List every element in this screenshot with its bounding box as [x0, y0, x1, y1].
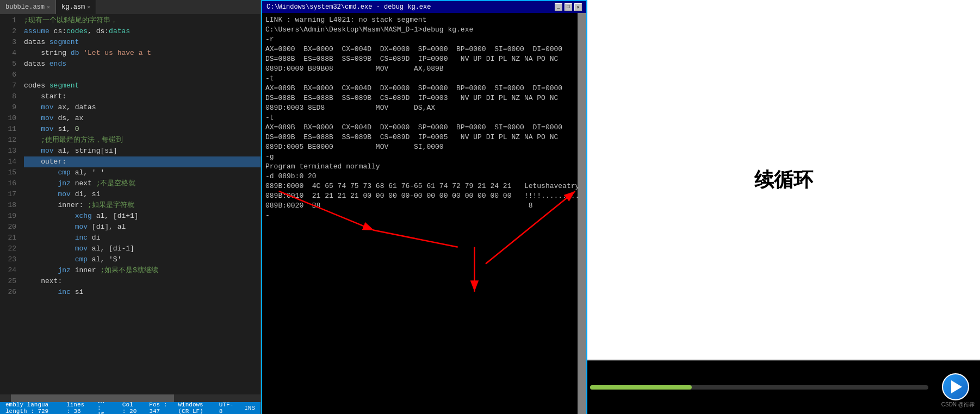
close-kg-icon[interactable]: ✕ — [87, 4, 90, 10]
code-line-21: inc di — [24, 233, 260, 243]
code-line-6 — [24, 70, 260, 80]
play-button[interactable] — [942, 373, 969, 400]
code-line-23: cmp al, '$' — [24, 254, 260, 265]
terminal-line: -r — [265, 35, 583, 45]
code-line-19: xchg al, [di+1] — [24, 211, 260, 222]
terminal-line: -g — [265, 152, 583, 162]
terminal-line: DS=089B ES=088B SS=089B CS=089D IP=0005 … — [265, 133, 583, 142]
terminal-line: 089B:0020 B8 8 — [265, 201, 583, 211]
terminal-line: AX=089B BX=0000 CX=004D DX=0000 SP=0000 … — [265, 123, 583, 133]
right-bottom — [587, 360, 980, 414]
line-number-26: 26 — [0, 287, 16, 298]
code-line-1: ;现有一个以$结尾的字符串， — [24, 15, 260, 26]
terminal-line: DS=088B ES=088B SS=089B CS=089D IP=0000 … — [265, 54, 583, 64]
code-line-4: string db 'Let us have a t — [24, 48, 260, 59]
terminal-line: 089B:0010 21 21 21 21 00 00 00 00-00 00 … — [265, 191, 583, 201]
code-line-3: datas segment — [24, 37, 260, 48]
lines-count: lines : 36 — [66, 402, 86, 414]
line-number-25: 25 — [0, 276, 16, 287]
line-number-22: 22 — [0, 243, 16, 254]
code-line-11: mov si, 0 — [24, 124, 260, 135]
line-number-11: 11 — [0, 124, 16, 135]
code-area[interactable]: ;现有一个以$结尾的字符串，assume cs:codes, ds:datasd… — [20, 14, 260, 394]
terminal-scrollbar[interactable] — [578, 13, 586, 414]
line-number-6: 6 — [0, 70, 16, 80]
right-top: 续循环 — [587, 0, 980, 360]
line-number-3: 3 — [0, 37, 16, 48]
language-length: embly langua length : 729 — [5, 402, 55, 414]
maximize-button[interactable]: □ — [565, 3, 572, 11]
code-line-14: outer: — [24, 156, 260, 167]
code-line-18: inner: ;如果是字符就 — [24, 200, 260, 211]
line-number-13: 13 — [0, 146, 16, 156]
terminal-title-bar: C:\Windows\system32\cmd.exe - debug kg.e… — [262, 1, 586, 13]
terminal-title: C:\Windows\system32\cmd.exe - debug kg.e… — [266, 3, 431, 11]
code-line-10: mov ds, ax — [24, 113, 260, 124]
terminal-line: -d 089b:0 20 — [265, 172, 583, 181]
terminal-line: LINK : warning L4021: no stack segment — [265, 15, 583, 25]
tab-kg-label: kg.asm — [61, 3, 85, 11]
editor-content: 1234567891011121314151617181920212223242… — [0, 14, 260, 394]
editor-scrollbar[interactable] — [0, 394, 260, 402]
close-bubble-icon[interactable]: ✕ — [47, 4, 50, 10]
terminal-line: AX=0000 BX=0000 CX=004D DX=0000 SP=0000 … — [265, 45, 583, 54]
line-number-10: 10 — [0, 113, 16, 124]
pos-info: Pos : 347 — [149, 402, 167, 414]
line-number-16: 16 — [0, 178, 16, 189]
code-line-22: mov al, [di-1] — [24, 243, 260, 254]
editor-scrollbar-thumb[interactable] — [11, 394, 174, 402]
terminal-line: DS=088B ES=088B SS=089B CS=089D IP=0003 … — [265, 93, 583, 103]
code-line-2: assume cs:codes, ds:datas — [24, 26, 260, 37]
terminal-line: 089D:0003 8ED8 MOV DS,AX — [265, 103, 583, 113]
terminal-body[interactable]: LINK : warning L4021: no stack segmentC:… — [262, 13, 586, 414]
code-line-16: jnz next ;不是空格就 — [24, 178, 260, 189]
code-line-15: cmp al, ' ' — [24, 167, 260, 178]
line-number-19: 19 — [0, 211, 16, 222]
terminal-line: Program terminated normally — [265, 162, 583, 172]
line-number-17: 17 — [0, 189, 16, 200]
terminal-line: - — [265, 211, 583, 221]
code-line-25: next: — [24, 276, 260, 287]
code-line-8: start: — [24, 91, 260, 102]
play-icon — [951, 380, 962, 393]
code-line-26: inc si — [24, 287, 260, 298]
code-line-24: jnz inner ;如果不是$就继续 — [24, 265, 260, 276]
line-number-4: 4 — [0, 48, 16, 59]
close-button[interactable]: ✕ — [574, 3, 582, 11]
code-line-7: codes segment — [24, 80, 260, 91]
line-number-21: 21 — [0, 233, 16, 243]
csdn-watermark: CSDN @衔霁 — [941, 401, 975, 409]
minimize-button[interactable]: _ — [555, 3, 562, 11]
line-number-24: 24 — [0, 265, 16, 276]
progress-bar-fill — [590, 385, 692, 390]
line-number-20: 20 — [0, 222, 16, 233]
terminal-line: 089B:0000 4C 65 74 75 73 68 61 76-65 61 … — [265, 181, 583, 191]
editor-tabs: bubble.asm ✕ kg.asm ✕ — [0, 0, 260, 14]
line-number-8: 8 — [0, 91, 16, 102]
mode: INS — [244, 405, 255, 411]
encoding: UTF-8 — [219, 402, 233, 414]
line-number-9: 9 — [0, 102, 16, 113]
tab-bubble-asm[interactable]: bubble.asm ✕ — [0, 0, 56, 14]
line-number-1: 1 — [0, 15, 16, 26]
code-line-17: mov di, si — [24, 189, 260, 200]
line-number-23: 23 — [0, 254, 16, 265]
line-ending: Windows (CR LF) — [178, 402, 208, 414]
terminal-line: AX=089B BX=0000 CX=004D DX=0000 SP=0000 … — [265, 84, 583, 93]
line-numbers: 1234567891011121314151617181920212223242… — [0, 14, 20, 394]
line-number-7: 7 — [0, 80, 16, 91]
terminal-line: -t — [265, 74, 583, 84]
code-line-5: datas ends — [24, 59, 260, 70]
code-line-12: ;使用最烂的方法，每碰到 — [24, 135, 260, 146]
terminal-controls: _ □ ✕ — [555, 3, 582, 11]
right-panel-wrapper: 续循环 CSDN @衔霁 — [587, 0, 980, 414]
terminal-line: 089D:0000 B89B08 MOV AX,089B — [265, 64, 583, 74]
line-number-18: 18 — [0, 200, 16, 211]
tab-kg-asm[interactable]: kg.asm ✕ — [56, 0, 96, 14]
col-info: Col : 20 — [122, 402, 138, 414]
chinese-text-display: 续循环 — [754, 167, 813, 193]
tab-bubble-label: bubble.asm — [5, 3, 45, 11]
terminal-line: -t — [265, 113, 583, 123]
line-number-12: 12 — [0, 135, 16, 146]
terminal-panel: C:\Windows\system32\cmd.exe - debug kg.e… — [261, 0, 587, 414]
